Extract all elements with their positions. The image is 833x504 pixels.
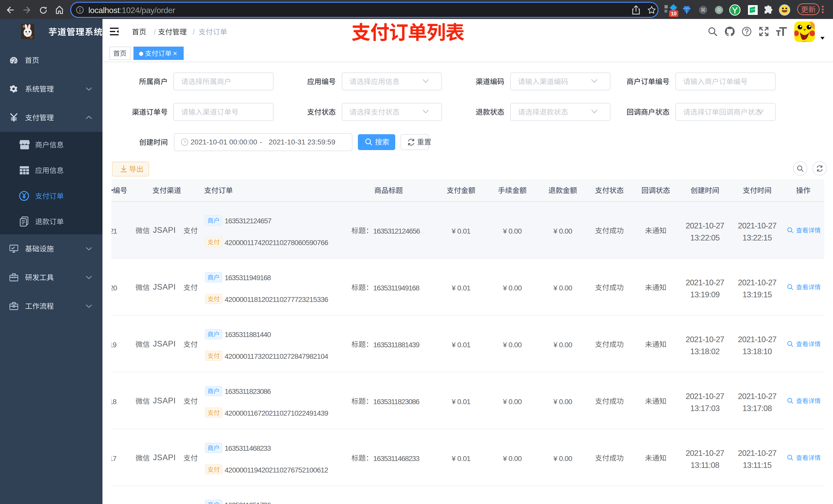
svg-text:10: 10 bbox=[671, 11, 676, 16]
svg-text:⌘: ⌘ bbox=[700, 7, 706, 13]
